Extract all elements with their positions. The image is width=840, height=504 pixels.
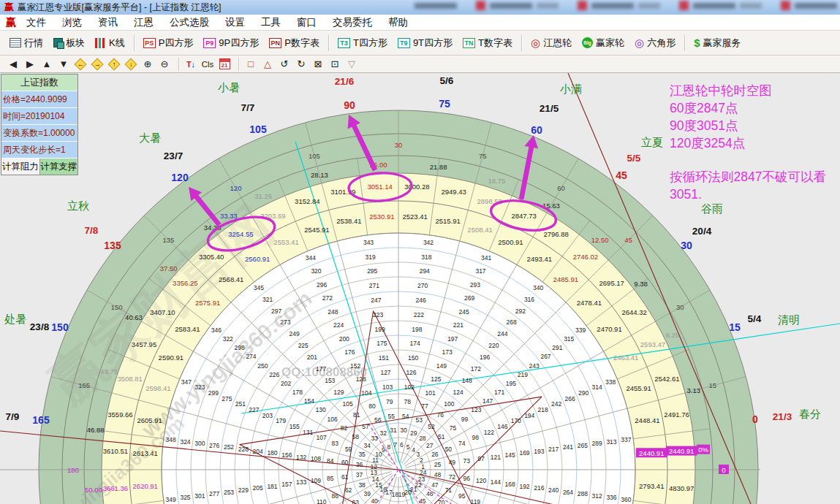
svg-text:270: 270 [417,282,428,289]
svg-text:194: 194 [524,412,534,419]
shift-up-icon[interactable]: ↑ [107,57,121,72]
svg-text:107: 107 [317,434,327,441]
annotation-line: 60度2847点 [670,99,826,117]
shift-right-icon[interactable]: → [90,57,105,72]
t-down-icon[interactable]: T↓ [183,57,198,72]
menu-item-5[interactable]: 设置 [225,17,245,28]
up-icon[interactable]: ▲ [39,57,54,72]
svg-text:264: 264 [563,489,573,496]
svg-text:3407.10: 3407.10 [150,308,175,316]
zoom-in-icon[interactable]: ⊕ [140,57,155,72]
svg-text:321: 321 [262,296,273,303]
svg-text:125: 125 [431,375,441,383]
title-bar: 赢 赢家江恩专业版[赢家服务平台] - [上证指数 江恩轮] [0,0,840,15]
toolbar-button-9T四方形[interactable]: T99T四方形 [398,37,453,50]
svg-text:小满: 小满 [559,83,582,95]
svg-text:77: 77 [421,402,428,410]
svg-text:24: 24 [420,469,427,476]
rotate-cw-icon[interactable]: ↻ [294,57,309,72]
zoom-out-icon[interactable]: ⊖ [157,57,172,72]
svg-text:181: 181 [267,483,277,490]
svg-text:3559.66: 3559.66 [107,411,132,419]
svg-text:129: 129 [333,389,344,396]
toolbar-button-T四方形[interactable]: T3T四方形 [338,37,387,50]
rotate-ccw-icon[interactable]: ↺ [277,57,292,72]
menu-item-6[interactable]: 工具 [261,17,281,28]
svg-text:清明: 清明 [778,313,800,326]
svg-text:348: 348 [166,436,176,443]
svg-text:173: 173 [442,348,452,356]
shrink-icon[interactable]: ⊡ [328,57,342,72]
square-tool-icon[interactable]: □ [243,57,258,72]
svg-text:105: 105 [249,123,267,135]
toolbar-button-板块[interactable]: 板块 [53,37,85,50]
svg-text:267: 267 [540,353,550,360]
svg-text:2590.91: 2590.91 [159,354,183,362]
svg-text:75: 75 [439,98,450,110]
svg-text:8: 8 [387,443,391,451]
toolbar-button-六角形[interactable]: ◎六角形 [635,37,676,50]
clear-icon[interactable]: ▽ [344,57,359,72]
svg-text:2491.76: 2491.76 [664,411,689,419]
expand-icon[interactable]: ⊠ [311,57,325,72]
annotation-line: 90度3051点 [670,117,826,134]
toolbar-button-T数字表[interactable]: TNT数字表 [463,37,512,50]
calendar-icon[interactable]: 21 [217,57,232,72]
svg-text:145: 145 [505,451,515,459]
toolbar-button-P四方形[interactable]: PSP四方形 [143,37,194,50]
toolbar-separator [178,58,179,71]
toolbar-button-赢家服务[interactable]: $赢家服务 [694,37,741,50]
toolbar-button-P数字表[interactable]: PNP数字表 [269,37,319,50]
svg-text:5: 5 [406,443,410,451]
svg-text:314: 314 [592,383,602,391]
svg-text:79: 79 [386,398,393,405]
toolbar-button-江恩轮[interactable]: ◎江恩轮 [531,37,572,50]
toolbar-button-赢家轮[interactable]: Big赢家轮 [582,37,624,50]
menu-item-1[interactable]: 浏览 [62,17,82,28]
svg-text:20/4: 20/4 [692,226,712,237]
menu-item-7[interactable]: 窗口 [297,17,317,28]
svg-text:337: 337 [621,436,631,443]
svg-text:大暑: 大暑 [139,131,161,144]
svg-text:2485.91: 2485.91 [553,275,578,283]
svg-text:322: 322 [223,335,233,343]
calc-resistance-button[interactable]: 计算阻力 [1,159,40,175]
p9-icon: P9 [203,38,216,48]
svg-text:23/8: 23/8 [30,321,50,332]
svg-text:204: 204 [253,448,263,455]
svg-text:2605.91: 2605.91 [137,416,162,424]
svg-text:3051.14: 3051.14 [367,183,392,191]
svg-text:3610.51: 3610.51 [103,447,128,455]
toolbar-button-行情[interactable]: 行情 [10,37,43,50]
menu-item-8[interactable]: 交易委托 [333,17,372,28]
cls-button[interactable]: Cls [200,57,215,72]
svg-text:47: 47 [431,481,439,489]
menu-item-9[interactable]: 帮助 [388,17,408,28]
shift-left-icon[interactable]: ← [73,57,88,72]
svg-text:106: 106 [327,416,337,423]
svg-text:46.88: 46.88 [87,426,105,434]
panel-row-0: 价格=2440.9099 [1,91,77,108]
menu-item-0[interactable]: 文件 [26,17,46,28]
prev-icon[interactable]: ◀ [6,57,20,72]
shift-down-icon[interactable]: ↓ [124,57,138,72]
menu-item-3[interactable]: 江恩 [134,17,154,28]
svg-text:31: 31 [390,427,397,434]
menu-item-2[interactable]: 资讯 [98,17,118,28]
svg-text:253: 253 [224,489,234,496]
toolbar-button-9P四方形[interactable]: P99P四方形 [203,37,259,50]
triangle-tool-icon[interactable]: △ [260,57,275,72]
svg-text:54: 54 [402,413,409,420]
toolbar-button-K线[interactable]: K线 [95,37,125,50]
svg-text:3661.36: 3661.36 [103,484,128,492]
svg-text:0: 0 [722,466,725,474]
menu-item-4[interactable]: 公式选股 [170,17,209,28]
svg-text:127: 127 [380,369,390,376]
svg-text:5/6: 5/6 [440,75,454,86]
svg-text:3457.95: 3457.95 [132,340,156,348]
svg-text:165: 165 [78,381,90,389]
next-icon[interactable]: ▶ [23,57,37,72]
down-icon[interactable]: ▼ [56,57,71,72]
svg-text:9.38: 9.38 [634,280,648,288]
calc-support-button[interactable]: 计算支撑 [40,159,78,175]
